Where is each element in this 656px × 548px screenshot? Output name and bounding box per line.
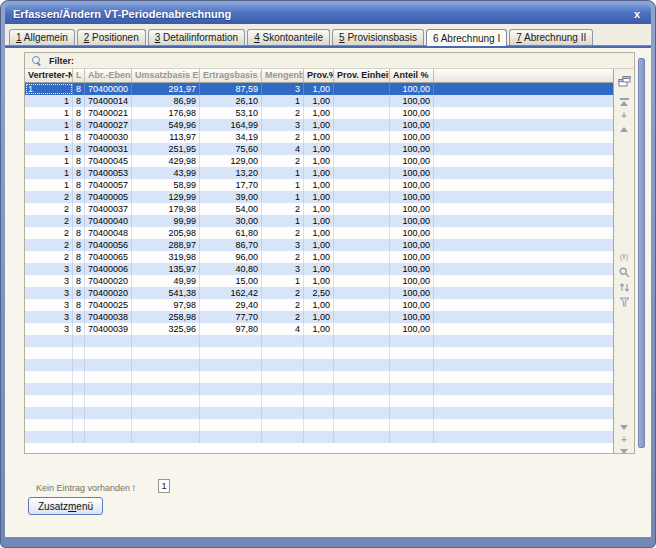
grid-cell: 8 bbox=[73, 83, 85, 95]
grid-cell: 3 bbox=[25, 287, 73, 299]
grid-cell: 1,00 bbox=[304, 155, 334, 167]
grid-cell: 1,00 bbox=[304, 107, 334, 119]
grid-row[interactable]: 2870400037179,9854,0021,00100,00 bbox=[25, 203, 613, 215]
column-header[interactable]: Ertragsbasis EUR bbox=[200, 69, 262, 82]
grid-cell: 3 bbox=[262, 83, 304, 95]
grid-row[interactable]: 187040005343,9913,2011,00100,00 bbox=[25, 167, 613, 179]
column-header[interactable]: Vertreter-Nr. bbox=[25, 69, 73, 82]
grid-cell: 1,00 bbox=[304, 227, 334, 239]
grid-row[interactable]: 1870400030113,9734,1921,00100,00 bbox=[25, 131, 613, 143]
column-header[interactable]: Prov.% bbox=[304, 69, 334, 82]
grid-cell bbox=[334, 275, 390, 287]
filter-funnel-icon[interactable] bbox=[617, 296, 631, 308]
tab-6[interactable]: 6 Abrechnung I bbox=[426, 29, 507, 46]
column-header[interactable]: Mengenbasis bbox=[262, 69, 304, 82]
grid-row[interactable]: 3870400039325,9697,8041,00100,00 bbox=[25, 323, 613, 335]
scroll-drag-down-icon[interactable]: + bbox=[617, 434, 631, 446]
grid-cell: 1 bbox=[25, 167, 73, 179]
grid-cell: 2 bbox=[262, 131, 304, 143]
grid-cell bbox=[25, 431, 73, 443]
grid-cell bbox=[334, 191, 390, 203]
grid-cell bbox=[304, 419, 334, 431]
grid-cell: 2 bbox=[25, 191, 73, 203]
grid-row-empty bbox=[25, 335, 613, 347]
column-header[interactable]: L bbox=[73, 69, 85, 82]
grid-cell-filler bbox=[434, 227, 613, 239]
tab-1[interactable]: 1 Allgemein bbox=[9, 29, 75, 45]
grid-cell: 429,98 bbox=[132, 155, 200, 167]
vertical-scrollbar[interactable] bbox=[638, 58, 645, 448]
grid-row[interactable]: 187040005758,9917,7011,00100,00 bbox=[25, 179, 613, 191]
grid-cell bbox=[132, 347, 200, 359]
grid-cell: 1,00 bbox=[304, 323, 334, 335]
tab-3[interactable]: 3 Detailinformation bbox=[148, 29, 245, 45]
grid-row-empty bbox=[25, 359, 613, 371]
grid-row[interactable]: 387040002049,9915,0011,00100,00 bbox=[25, 275, 613, 287]
grid-cell bbox=[262, 371, 304, 383]
grid-row[interactable]: 2870400005129,9939,0011,00100,00 bbox=[25, 191, 613, 203]
grid-cell: 100,00 bbox=[390, 155, 434, 167]
column-chooser-icon[interactable] bbox=[617, 75, 631, 87]
grid-row[interactable]: 1870400031251,9575,6041,00100,00 bbox=[25, 143, 613, 155]
column-header[interactable]: Prov. Einheiten bbox=[334, 69, 390, 82]
zusatzmenu-button[interactable]: Zusatzmenü bbox=[28, 497, 103, 515]
grid-cell: 8 bbox=[73, 179, 85, 191]
tab-2[interactable]: 2 Positionen bbox=[77, 29, 146, 45]
grid-cell: 99,99 bbox=[132, 215, 200, 227]
grid-row[interactable]: 1870400027549,96164,9931,00100,00 bbox=[25, 119, 613, 131]
grid-row[interactable]: 287040004099,9930,0011,00100,00 bbox=[25, 215, 613, 227]
scroll-to-top-icon[interactable] bbox=[617, 96, 631, 108]
search-icon[interactable] bbox=[617, 266, 631, 278]
close-icon[interactable]: x bbox=[631, 8, 643, 20]
title-bar[interactable]: Erfassen/Ändern VT-Periodenabrechnung x bbox=[5, 4, 651, 24]
scroll-drag-up-icon[interactable]: + bbox=[617, 110, 631, 122]
grid-cell bbox=[132, 431, 200, 443]
column-header[interactable]: Abr.-Ebene bbox=[85, 69, 132, 82]
grid-cell bbox=[390, 407, 434, 419]
grid-cell-filler bbox=[434, 263, 613, 275]
grid-cell: 97,98 bbox=[132, 299, 200, 311]
grid-cell bbox=[85, 371, 132, 383]
grid-row[interactable]: 2870400048205,9861,8021,00100,00 bbox=[25, 227, 613, 239]
grid-cell: 2 bbox=[262, 311, 304, 323]
grid-row[interactable]: 2870400056288,9786,7031,00100,00 bbox=[25, 239, 613, 251]
grid-cell: 2 bbox=[25, 215, 73, 227]
grid-row[interactable]: 1870400021176,9853,1021,00100,00 bbox=[25, 107, 613, 119]
grid-row[interactable]: 3870400006135,9740,8031,00100,00 bbox=[25, 263, 613, 275]
grid-cell: 70400005 bbox=[85, 191, 132, 203]
grid-row[interactable]: 1870400000291,9787,5931,00100,00 bbox=[25, 83, 613, 95]
grid-cell: 3 bbox=[25, 323, 73, 335]
scroll-up-icon[interactable] bbox=[617, 123, 631, 135]
filter-search-icon[interactable] bbox=[32, 56, 42, 66]
tab-7[interactable]: 7 Abrechnung II bbox=[509, 29, 593, 45]
grid-cell: 1 bbox=[25, 83, 73, 95]
tab-5[interactable]: 5 Provisionsbasis bbox=[332, 29, 424, 45]
grid-row[interactable]: 3870400020541,38162,4222,50100,00 bbox=[25, 287, 613, 299]
scroll-down-icon[interactable] bbox=[617, 421, 631, 433]
grid-cell: 70400031 bbox=[85, 143, 132, 155]
grid-row[interactable]: 3870400038258,9877,7021,00100,00 bbox=[25, 311, 613, 323]
grid-cell bbox=[334, 179, 390, 191]
column-width-icon[interactable]: (‖) bbox=[617, 251, 631, 263]
column-header[interactable]: Umsatzbasis EUR bbox=[132, 69, 200, 82]
grid-row[interactable]: 387040002597,9829,4021,00100,00 bbox=[25, 299, 613, 311]
grid-cell: 8 bbox=[73, 251, 85, 263]
column-header[interactable]: Anteil % bbox=[390, 69, 434, 82]
grid-row[interactable]: 187040001486,9926,1011,00100,00 bbox=[25, 95, 613, 107]
grid-cell bbox=[334, 335, 390, 347]
grid-row[interactable]: 1870400045429,98129,0021,00100,00 bbox=[25, 155, 613, 167]
grid-cell-filler bbox=[434, 191, 613, 203]
grid-row[interactable]: 2870400065319,9896,0021,00100,00 bbox=[25, 251, 613, 263]
grid-cell: 113,97 bbox=[132, 131, 200, 143]
grid-cell-filler bbox=[434, 383, 613, 395]
grid-cell: 1 bbox=[262, 191, 304, 203]
grid-cell: 61,80 bbox=[200, 227, 262, 239]
sort-icon[interactable] bbox=[617, 281, 631, 293]
filter-row[interactable]: Filter: bbox=[25, 53, 634, 69]
grid-cell: 70400000 bbox=[85, 83, 132, 95]
scroll-to-bottom-icon[interactable] bbox=[617, 447, 631, 453]
grid-cell-filler bbox=[434, 131, 613, 143]
tab-4[interactable]: 4 Skontoanteile bbox=[247, 29, 330, 45]
grid-cell bbox=[200, 395, 262, 407]
grid-cell bbox=[262, 359, 304, 371]
